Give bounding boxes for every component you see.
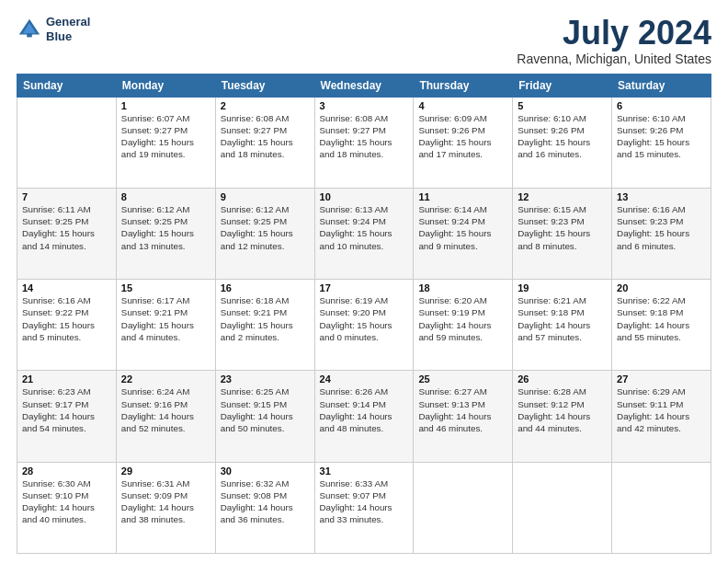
day-number: 23 (221, 373, 310, 385)
day-info: Sunrise: 6:09 AM Sunset: 9:26 PM Dayligh… (418, 112, 507, 161)
calendar-cell: 8Sunrise: 6:12 AM Sunset: 9:25 PM Daylig… (116, 188, 215, 279)
calendar-cell: 14Sunrise: 6:16 AM Sunset: 9:22 PM Dayli… (17, 280, 117, 371)
calendar-cell: 7Sunrise: 6:11 AM Sunset: 9:25 PM Daylig… (17, 188, 117, 279)
calendar-cell: 9Sunrise: 6:12 AM Sunset: 9:25 PM Daylig… (215, 188, 314, 279)
day-info: Sunrise: 6:24 AM Sunset: 9:16 PM Dayligh… (121, 385, 210, 434)
calendar-cell (414, 462, 513, 553)
calendar-cell: 25Sunrise: 6:27 AM Sunset: 9:13 PM Dayli… (414, 371, 513, 462)
day-info: Sunrise: 6:21 AM Sunset: 9:18 PM Dayligh… (518, 294, 607, 343)
day-number: 14 (22, 282, 111, 293)
day-info: Sunrise: 6:15 AM Sunset: 9:23 PM Dayligh… (518, 203, 607, 252)
day-number: 1 (121, 100, 210, 111)
day-info: Sunrise: 6:27 AM Sunset: 9:13 PM Dayligh… (418, 385, 507, 434)
title-block: July 2024 Ravenna, Michigan, United Stat… (517, 15, 711, 66)
day-number: 20 (617, 282, 706, 293)
calendar-cell: 17Sunrise: 6:19 AM Sunset: 9:20 PM Dayli… (314, 280, 414, 371)
header: General Blue July 2024 Ravenna, Michigan… (17, 15, 711, 66)
calendar-cell: 29Sunrise: 6:31 AM Sunset: 9:09 PM Dayli… (116, 462, 215, 553)
day-number: 21 (22, 373, 111, 385)
day-number: 24 (320, 373, 409, 385)
calendar-week-row: 21Sunrise: 6:23 AM Sunset: 9:17 PM Dayli… (17, 371, 711, 462)
logo: General Blue (17, 15, 90, 43)
calendar-cell: 24Sunrise: 6:26 AM Sunset: 9:14 PM Dayli… (314, 371, 414, 462)
day-number: 6 (617, 100, 706, 111)
day-number: 12 (518, 191, 607, 202)
calendar-day-header: Friday (513, 74, 612, 97)
calendar-cell: 11Sunrise: 6:14 AM Sunset: 9:24 PM Dayli… (414, 188, 513, 279)
day-info: Sunrise: 6:31 AM Sunset: 9:09 PM Dayligh… (121, 477, 210, 526)
day-number: 27 (617, 373, 706, 385)
main-title: July 2024 (517, 15, 711, 52)
calendar-cell: 13Sunrise: 6:16 AM Sunset: 9:23 PM Dayli… (612, 188, 711, 279)
calendar-week-row: 28Sunrise: 6:30 AM Sunset: 9:10 PM Dayli… (17, 462, 711, 553)
calendar-cell: 26Sunrise: 6:28 AM Sunset: 9:12 PM Dayli… (513, 371, 612, 462)
svg-rect-2 (27, 33, 32, 37)
day-info: Sunrise: 6:08 AM Sunset: 9:27 PM Dayligh… (221, 112, 310, 161)
calendar-week-row: 1Sunrise: 6:07 AM Sunset: 9:27 PM Daylig… (17, 97, 711, 188)
day-info: Sunrise: 6:33 AM Sunset: 9:07 PM Dayligh… (320, 477, 409, 526)
calendar-day-header: Saturday (612, 74, 711, 97)
day-number: 15 (121, 282, 210, 293)
day-info: Sunrise: 6:07 AM Sunset: 9:27 PM Dayligh… (121, 112, 210, 161)
day-info: Sunrise: 6:29 AM Sunset: 9:11 PM Dayligh… (617, 385, 706, 434)
calendar-cell: 5Sunrise: 6:10 AM Sunset: 9:26 PM Daylig… (513, 97, 612, 188)
calendar-cell (612, 462, 711, 553)
day-info: Sunrise: 6:30 AM Sunset: 9:10 PM Dayligh… (22, 477, 111, 526)
page: General Blue July 2024 Ravenna, Michigan… (0, 0, 728, 563)
day-info: Sunrise: 6:32 AM Sunset: 9:08 PM Dayligh… (221, 477, 310, 526)
day-number: 8 (121, 191, 210, 202)
day-number: 19 (518, 282, 607, 293)
day-info: Sunrise: 6:10 AM Sunset: 9:26 PM Dayligh… (518, 112, 607, 161)
logo-line1: General (46, 15, 90, 29)
calendar-table: SundayMondayTuesdayWednesdayThursdayFrid… (17, 74, 711, 554)
day-info: Sunrise: 6:08 AM Sunset: 9:27 PM Dayligh… (320, 112, 409, 161)
day-number: 5 (518, 100, 607, 111)
calendar-cell: 10Sunrise: 6:13 AM Sunset: 9:24 PM Dayli… (314, 188, 414, 279)
day-number: 13 (617, 191, 706, 202)
calendar-cell: 3Sunrise: 6:08 AM Sunset: 9:27 PM Daylig… (314, 97, 414, 188)
day-info: Sunrise: 6:16 AM Sunset: 9:22 PM Dayligh… (22, 294, 111, 343)
day-info: Sunrise: 6:26 AM Sunset: 9:14 PM Dayligh… (320, 385, 409, 434)
calendar-cell: 15Sunrise: 6:17 AM Sunset: 9:21 PM Dayli… (116, 280, 215, 371)
calendar-cell: 28Sunrise: 6:30 AM Sunset: 9:10 PM Dayli… (17, 462, 117, 553)
day-number: 25 (418, 373, 507, 385)
calendar-day-header: Tuesday (215, 74, 314, 97)
day-info: Sunrise: 6:23 AM Sunset: 9:17 PM Dayligh… (22, 385, 111, 434)
logo-icon (17, 17, 42, 42)
day-number: 31 (320, 465, 409, 477)
day-number: 2 (221, 100, 310, 111)
calendar-cell: 12Sunrise: 6:15 AM Sunset: 9:23 PM Dayli… (513, 188, 612, 279)
day-number: 4 (418, 100, 507, 111)
day-info: Sunrise: 6:16 AM Sunset: 9:23 PM Dayligh… (617, 203, 706, 252)
calendar-day-header: Thursday (414, 74, 513, 97)
calendar-cell: 21Sunrise: 6:23 AM Sunset: 9:17 PM Dayli… (17, 371, 117, 462)
calendar-week-row: 7Sunrise: 6:11 AM Sunset: 9:25 PM Daylig… (17, 188, 711, 279)
day-info: Sunrise: 6:12 AM Sunset: 9:25 PM Dayligh… (221, 203, 310, 252)
day-info: Sunrise: 6:11 AM Sunset: 9:25 PM Dayligh… (22, 203, 111, 252)
calendar-week-row: 14Sunrise: 6:16 AM Sunset: 9:22 PM Dayli… (17, 280, 711, 371)
calendar-cell: 20Sunrise: 6:22 AM Sunset: 9:18 PM Dayli… (612, 280, 711, 371)
day-info: Sunrise: 6:25 AM Sunset: 9:15 PM Dayligh… (221, 385, 310, 434)
day-info: Sunrise: 6:19 AM Sunset: 9:20 PM Dayligh… (320, 294, 409, 343)
day-number: 29 (121, 465, 210, 477)
day-info: Sunrise: 6:20 AM Sunset: 9:19 PM Dayligh… (418, 294, 507, 343)
calendar-day-header: Monday (116, 74, 215, 97)
calendar-cell (513, 462, 612, 553)
calendar-day-header: Sunday (17, 74, 117, 97)
day-number: 3 (320, 100, 409, 111)
day-number: 10 (320, 191, 409, 202)
day-number: 18 (418, 282, 507, 293)
day-number: 17 (320, 282, 409, 293)
calendar-header-row: SundayMondayTuesdayWednesdayThursdayFrid… (17, 74, 711, 97)
day-info: Sunrise: 6:10 AM Sunset: 9:26 PM Dayligh… (617, 112, 706, 161)
day-number: 7 (22, 191, 111, 202)
calendar-cell: 2Sunrise: 6:08 AM Sunset: 9:27 PM Daylig… (215, 97, 314, 188)
logo-line2: Blue (46, 29, 90, 44)
day-number: 9 (221, 191, 310, 202)
day-info: Sunrise: 6:22 AM Sunset: 9:18 PM Dayligh… (617, 294, 706, 343)
calendar-cell: 31Sunrise: 6:33 AM Sunset: 9:07 PM Dayli… (314, 462, 414, 553)
calendar-cell: 6Sunrise: 6:10 AM Sunset: 9:26 PM Daylig… (612, 97, 711, 188)
day-number: 30 (221, 465, 310, 477)
calendar-cell: 16Sunrise: 6:18 AM Sunset: 9:21 PM Dayli… (215, 280, 314, 371)
calendar-cell: 4Sunrise: 6:09 AM Sunset: 9:26 PM Daylig… (414, 97, 513, 188)
